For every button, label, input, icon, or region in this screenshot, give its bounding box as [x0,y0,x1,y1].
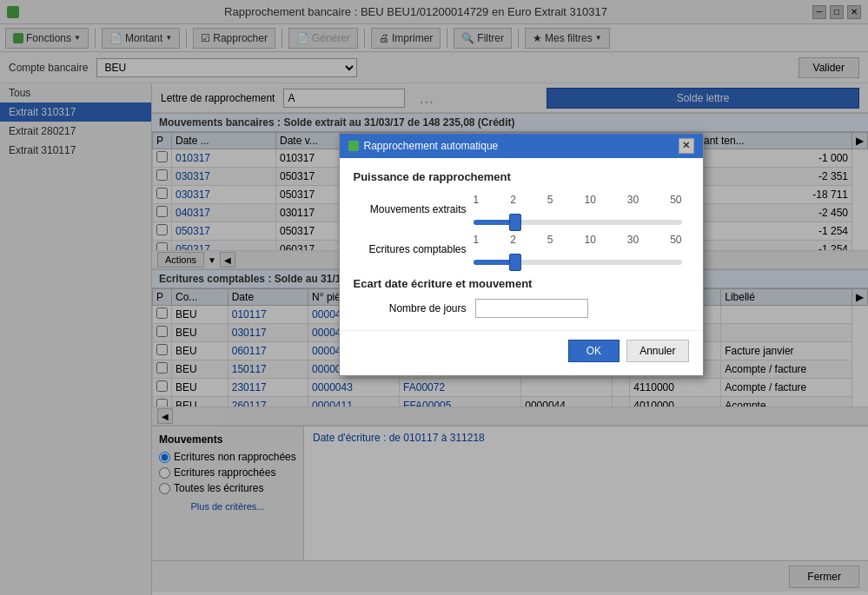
date-gap-section: Ecart date écriture et mouvement Nombre … [354,277,689,318]
ok-button[interactable]: OK [568,340,620,362]
modal-title: Rapprochement automatique [348,140,499,152]
date-gap-title: Ecart date écriture et mouvement [354,277,689,290]
modal-body: Puissance de rapprochement Mouvements ex… [340,158,703,330]
mvt-extraits-row: Mouvements extraits 1 2 5 10 30 50 [354,194,689,225]
mvt-extraits-label: Mouvements extraits [354,203,467,215]
modal-titlebar: Rapprochement automatique ✕ [340,134,703,158]
mvt-scale-numbers: 1 2 5 10 30 50 [474,194,682,206]
ec-slider-container: 1 2 5 10 30 50 [474,246,682,265]
modal-overlay: Rapprochement automatique ✕ Puissance de… [0,0,868,595]
mvt-slider-container: 1 2 5 10 30 50 [474,206,682,225]
modal-footer: OK Annuler [340,330,703,371]
ec-slider-track [474,260,682,265]
mvt-slider-track [474,220,682,225]
ecritures-slider-label: Ecritures comptables [354,243,467,255]
ec-scale-numbers: 1 2 5 10 30 50 [474,234,682,246]
date-gap-row: Nombre de jours [354,299,689,318]
ec-slider-thumb[interactable] [509,254,521,271]
modal-close-button[interactable]: ✕ [679,138,694,154]
nb-jours-label: Nombre de jours [354,302,467,314]
modal-rapprochement: Rapprochement automatique ✕ Puissance de… [339,133,704,376]
puissance-title: Puissance de rapprochement [354,170,689,183]
annuler-button[interactable]: Annuler [626,340,688,362]
nb-jours-input[interactable] [475,299,588,318]
modal-icon [348,141,359,151]
ecritures-slider-row: Ecritures comptables 1 2 5 10 30 50 [354,234,689,265]
mvt-slider-thumb[interactable] [509,214,521,231]
